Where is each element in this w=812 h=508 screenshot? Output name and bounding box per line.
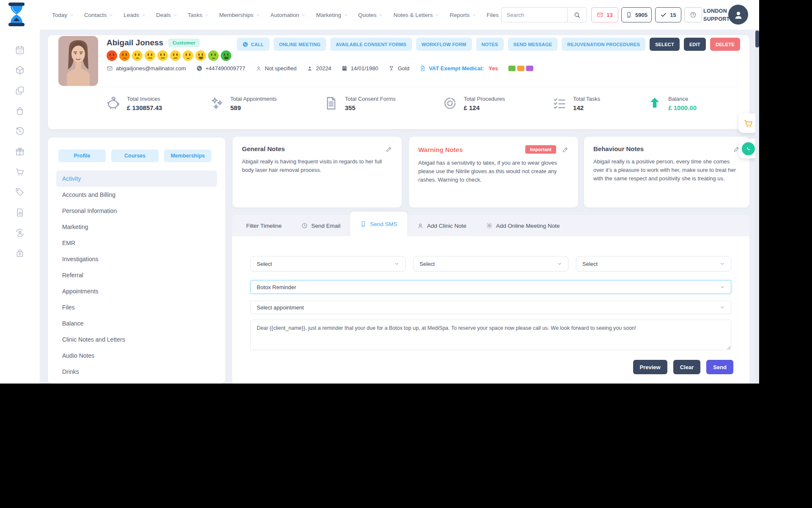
stat-value: 142 [573,104,600,111]
satisfaction-emoji-icon[interactable] [183,50,193,61]
form-button[interactable]: Preview [633,360,667,374]
profile-menu-item[interactable]: Referral [56,267,217,283]
history-icon[interactable] [15,126,25,136]
action-button[interactable]: REJUVENATION PROCEDURES [562,38,645,51]
note-title: General Notes [242,145,285,152]
help-badge[interactable] [684,7,702,22]
pencil-icon[interactable] [386,146,392,152]
action-button[interactable]: ONLINE MEETING [274,38,326,51]
nav-item[interactable]: Files [487,12,499,18]
cart-icon[interactable] [15,167,25,177]
nav-item[interactable]: Reports [450,12,476,18]
action-button[interactable]: SEND MESSAGE [508,38,558,51]
pencil-icon[interactable] [562,146,569,153]
select-dropdown[interactable]: Select [413,256,568,271]
form-button[interactable]: Clear [673,360,701,374]
satisfaction-emoji-icon[interactable] [208,50,219,61]
shopping-bag-icon[interactable] [15,106,25,116]
profile-menu-item[interactable]: Marketing [56,219,217,235]
panel-tab[interactable]: Profile [58,149,106,162]
action-button[interactable]: CALL [237,38,269,51]
nav-item[interactable]: Today [52,12,74,18]
donut-chart-icon [442,96,458,111]
select-dropdown[interactable]: Select [250,256,406,271]
nav-item[interactable]: Leads [123,12,146,18]
cube-icon[interactable] [15,65,25,75]
timeline-tab[interactable]: Add Clinic Note [407,215,476,236]
arrow-up-icon [647,96,662,111]
timeline-tab[interactable]: Add Online Meeting Note [476,215,570,236]
satisfaction-emoji-icon[interactable] [119,50,130,61]
action-button[interactable]: AVAILABLE CONSENT FORMS [330,38,412,51]
action-button[interactable]: NOTES [476,38,504,51]
profile-menu-item[interactable]: Appointments [56,283,217,299]
profile-menu-item[interactable]: Personal Information [56,203,217,219]
nav-item[interactable]: Marketing [316,12,348,18]
timeline-tab[interactable]: Send SMS [350,212,407,236]
sms-template-select[interactable]: Botox Reminder [250,280,731,294]
appointment-select[interactable]: Select appointment [250,301,731,314]
profile-menu-item[interactable]: Files [56,299,217,315]
profile-menu-item[interactable]: Drinks [56,364,217,380]
profile-photo[interactable] [58,36,98,86]
satisfaction-emoji-icon[interactable] [145,50,155,61]
action-button[interactable]: DELETE [710,38,740,51]
satisfaction-emoji-icon[interactable] [132,50,143,61]
nav-item[interactable]: Contacts [84,12,113,18]
report-icon[interactable] [15,207,25,218]
price-tags-icon[interactable] [15,187,25,197]
nav-item[interactable]: Automation [270,12,306,18]
scrollbar-track[interactable] [755,30,759,384]
profile-menu-item[interactable]: Activity [56,171,217,187]
client-color-tags [508,66,533,71]
person-filled-icon [307,65,313,72]
satisfaction-emoji-icon[interactable] [157,50,168,61]
profile-menu-item[interactable]: Accounts and Billing [56,187,217,203]
panel-tab[interactable]: Memberships [164,149,211,162]
search-input[interactable] [502,8,567,22]
phone-line-badge[interactable]: 5905 [621,7,652,22]
profile-menu-item[interactable]: Balance [56,315,217,331]
satisfaction-rating [107,50,231,61]
nav-item[interactable]: Deals [156,12,178,18]
select-dropdown[interactable]: Select [576,256,731,271]
satisfaction-emoji-icon[interactable] [195,50,206,61]
action-button[interactable]: WORKFLOW FORM [416,38,472,51]
profile-menu-item[interactable]: Audio Notes [56,348,217,364]
satisfaction-emoji-icon[interactable] [170,50,181,61]
user-avatar[interactable] [728,5,748,25]
messages-badge[interactable]: 13 [591,7,618,22]
sms-message-textarea[interactable]: Dear {{client_name}}, just a reminder th… [250,320,731,350]
user-location-label[interactable]: LONDON SUPPORT [703,7,730,23]
form-button[interactable]: Send [706,360,733,374]
satisfaction-emoji-icon[interactable] [221,50,231,61]
user-sync-icon[interactable] [15,228,25,238]
lock-icon[interactable] [15,248,25,258]
gift-icon[interactable] [15,146,25,157]
top-bar: Today Contacts Leads Deals [0,0,759,30]
messages-count: 13 [606,12,612,18]
nav-item[interactable]: Tasks [188,12,209,18]
profile-menu-item[interactable]: Investigations [56,251,217,267]
action-button[interactable]: SELECT [650,38,680,51]
nav-item[interactable]: Memberships [219,12,260,18]
app-logo-icon[interactable] [7,2,26,28]
search-button[interactable] [567,8,587,22]
document-icon [324,96,339,111]
scrollbar-thumb[interactable] [755,30,759,47]
tasks-badge[interactable]: 15 [655,7,681,22]
timeline-tab[interactable]: Filter Timeline [236,215,291,236]
panel-tab[interactable]: Courses [111,149,159,162]
timeline-tab[interactable]: Send Email [291,215,350,236]
vat-exempt-item: VAT Exempt Medical: Yes [420,65,498,72]
profile-menu-item[interactable]: Clinic Notes and Letters [56,331,217,348]
action-button[interactable]: EDIT [684,38,706,51]
important-badge: Important [525,145,556,154]
copy-icon[interactable] [15,86,25,96]
calendar-icon[interactable]: 12 [15,45,25,55]
satisfaction-emoji-icon[interactable] [107,50,117,61]
nav-item[interactable]: Notes & Letters [393,12,439,18]
contact-item: +447490009777 [196,65,245,72]
nav-item[interactable]: Quotes [358,12,384,18]
profile-menu-item[interactable]: EMR [56,235,217,251]
